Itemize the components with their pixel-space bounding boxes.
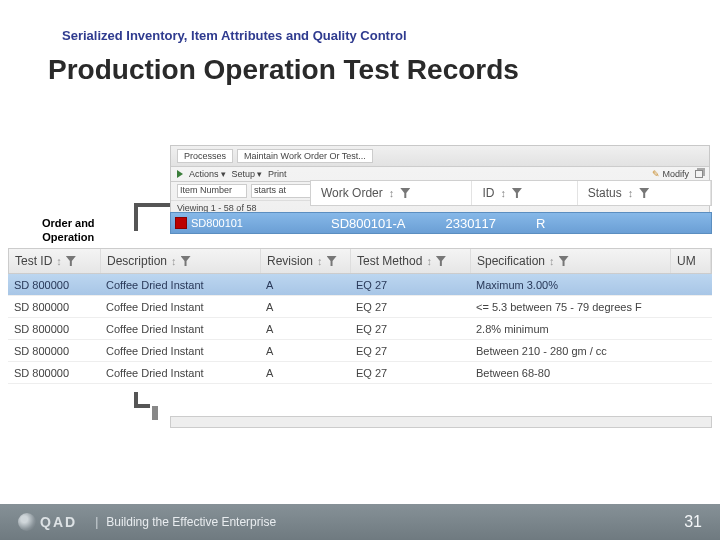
table-row[interactable]: SD 800000 Coffee Dried Instant A EQ 27 M… [8,274,712,296]
cell-description: Coffee Dried Instant [100,323,260,335]
table-row[interactable]: SD 800000 Coffee Dried Instant A EQ 27 <… [8,296,712,318]
callout-line1: Order and [42,217,95,229]
tests-table: Test ID Description Revision Test Method… [8,248,712,384]
sort-icon[interactable] [171,254,177,268]
cell-revision: A [260,367,350,379]
wo-header-bar: Work Order ID Status [310,180,712,206]
selected-id: 2330117 [445,216,496,231]
table-row[interactable]: SD 800000 Coffee Dried Instant A EQ 27 B… [8,340,712,362]
pencil-icon: ✎ [652,169,660,179]
cell-test-id: SD 800000 [8,301,100,313]
th-test-id[interactable]: Test ID [15,254,52,268]
cell-method: EQ 27 [350,323,470,335]
table-row[interactable]: SD 800000 Coffee Dried Instant A EQ 27 B… [8,362,712,384]
filter-icon[interactable] [512,188,522,198]
footer-tagline: Building the Effective Enterprise [106,515,276,529]
print-button[interactable]: Print [268,169,287,179]
page-number: 31 [684,513,702,531]
cell-spec: 2.8% minimum [470,323,670,335]
copy-icon [695,170,703,178]
sort-icon[interactable] [426,254,432,268]
filter-icon[interactable] [181,256,191,266]
cell-test-id: SD 800000 [8,279,100,291]
sort-icon[interactable] [549,254,555,268]
slide-title: Production Operation Test Records [48,54,519,86]
selected-item: SD800101 [191,217,243,229]
th-specification[interactable]: Specification [477,254,545,268]
cell-description: Coffee Dried Instant [100,345,260,357]
th-um[interactable]: UM [677,254,696,268]
col-work-order[interactable]: Work Order [321,186,383,200]
slide-supertitle: Serialized Inventory, Item Attributes an… [62,28,407,43]
actions-menu[interactable]: Actions ▾ [189,169,226,179]
horizontal-scrollbar[interactable] [170,416,712,428]
callout-line2: Operation [42,231,94,243]
filter-icon[interactable] [436,256,446,266]
cell-test-id: SD 800000 [8,323,100,335]
qad-logo-icon [18,513,36,531]
sort-icon[interactable] [500,186,506,200]
selected-wo: SD800101-A [331,216,405,231]
filter-icon[interactable] [400,188,410,198]
cell-spec: Maximum 3.00% [470,279,670,291]
col-id[interactable]: ID [482,186,494,200]
selected-wo-row[interactable]: SD800101 SD800101-A 2330117 R [170,212,712,234]
bracket-bot [134,392,150,408]
sort-icon[interactable] [56,254,62,268]
cell-test-id: SD 800000 [8,345,100,357]
table-row[interactable]: SD 800000 Coffee Dried Instant A EQ 27 2… [8,318,712,340]
col-status[interactable]: Status [588,186,622,200]
tests-table-header: Test ID Description Revision Test Method… [8,248,712,274]
row-indicator-icon [175,217,187,229]
copy-button[interactable] [695,170,703,178]
filter-icon[interactable] [639,188,649,198]
selected-row-values: SD800101-A 2330117 R [321,213,711,233]
cell-spec: Between 68-80 [470,367,670,379]
qad-logo: QAD [18,513,77,531]
selected-row-left: SD800101 [171,217,311,229]
filter-icon[interactable] [66,256,76,266]
qad-logo-text: QAD [40,514,77,530]
slide-footer: QAD | Building the Effective Enterprise … [0,504,720,540]
app-tab-bar: Processes Maintain Work Order Or Test... [171,146,709,167]
go-button[interactable] [177,170,183,178]
filter-icon[interactable] [327,256,337,266]
tests-table-body: SD 800000 Coffee Dried Instant A EQ 27 M… [8,274,712,384]
cell-revision: A [260,345,350,357]
footer-separator: | [95,515,98,529]
cell-revision: A [260,323,350,335]
cell-revision: A [260,279,350,291]
cell-method: EQ 27 [350,301,470,313]
search-field-dropdown[interactable]: Item Number [177,184,247,198]
th-test-method[interactable]: Test Method [357,254,422,268]
filter-icon[interactable] [559,256,569,266]
th-revision[interactable]: Revision [267,254,313,268]
cell-method: EQ 27 [350,279,470,291]
sort-icon[interactable] [317,254,323,268]
bracket-vert [152,406,158,420]
cell-test-id: SD 800000 [8,367,100,379]
cell-revision: A [260,301,350,313]
sort-icon[interactable] [389,186,395,200]
sort-icon[interactable] [628,186,634,200]
cell-description: Coffee Dried Instant [100,279,260,291]
cell-method: EQ 27 [350,367,470,379]
selected-status: R [536,216,545,231]
callout-order-operation: Order and Operation [42,216,95,244]
cell-method: EQ 27 [350,345,470,357]
setup-menu[interactable]: Setup ▾ [232,169,263,179]
cell-description: Coffee Dried Instant [100,301,260,313]
th-description[interactable]: Description [107,254,167,268]
cell-description: Coffee Dried Instant [100,367,260,379]
modify-button[interactable]: ✎ Modify [652,169,689,179]
cell-spec: <= 5.3 between 75 - 79 degrees F [470,301,670,313]
tab-processes[interactable]: Processes [177,149,233,163]
cell-spec: Between 210 - 280 gm / cc [470,345,670,357]
tab-maintain-work-order[interactable]: Maintain Work Order Or Test... [237,149,373,163]
play-icon [177,170,183,178]
